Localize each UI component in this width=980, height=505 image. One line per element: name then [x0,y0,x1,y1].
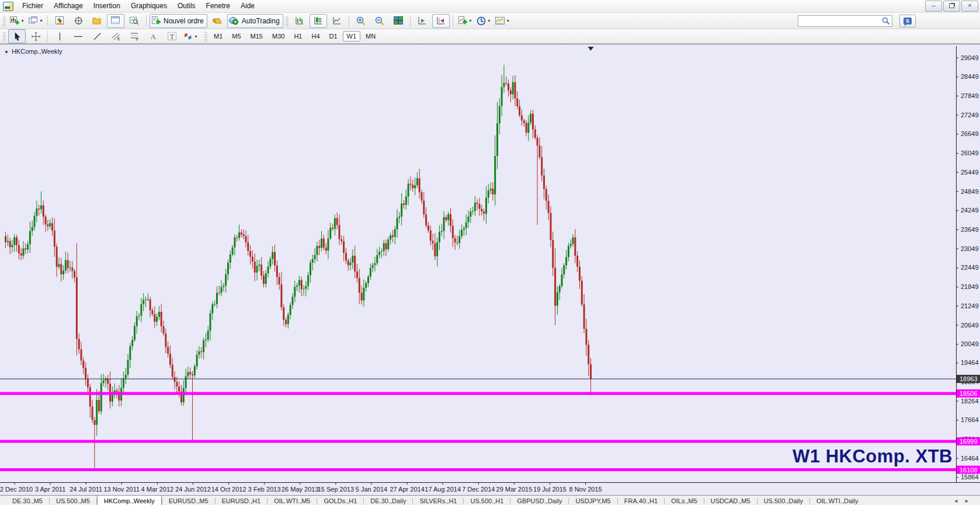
timeframe-m5-button[interactable]: M5 [228,31,245,41]
notifications-button[interactable]: 5 [899,15,916,27]
text-label-button[interactable]: T [163,29,180,43]
chart-line-button[interactable] [328,14,346,28]
market-watch-button[interactable] [51,14,68,28]
periods-button[interactable]: ▾ [475,14,492,28]
chart-bars-button[interactable] [291,14,308,28]
menu-affichage[interactable]: Affichage [48,1,88,12]
chart-tab[interactable]: EURUSD.,M5 [162,496,215,505]
zoom-out-icon [375,16,384,26]
svg-text:7 Dec 2014: 7 Dec 2014 [462,486,495,493]
menu-aide[interactable]: Aide [235,1,260,12]
menu-fenetre[interactable]: Fenetre [201,1,235,12]
timeframe-mn-button[interactable]: MN [362,31,380,41]
chart-tab[interactable]: US.500.,H1 [464,496,510,505]
new-order-button[interactable]: Nouvel ordre [150,14,207,28]
minimize-button[interactable]: – [925,1,942,12]
tab-scroll-right-icon[interactable]: ► [964,498,975,504]
chart-tab[interactable]: DE.30.,Daily [364,496,412,505]
timeframe-m30-button[interactable]: M30 [268,31,289,41]
text-button[interactable]: A [144,29,162,43]
zoom-in-button[interactable] [352,14,370,28]
tile-windows-button[interactable] [390,14,407,28]
toolbar-drag-handle[interactable] [3,16,6,26]
chart-tab[interactable]: USDJPY,M5 [569,496,617,505]
chart-canvas[interactable]: 2904928449278492724926649260492544924849… [0,44,980,496]
svg-text:27849: 27849 [961,92,979,99]
chevron-down-icon: ▾ [194,34,197,39]
search-icon[interactable] [882,17,890,25]
menu-fichier[interactable]: Fichier [17,1,48,12]
menu-graphiques[interactable]: Graphiques [126,1,172,12]
auto-scroll-button[interactable] [413,14,431,28]
chart-tab[interactable]: FRA.40.,H1 [618,496,664,505]
menu-outils[interactable]: Outils [172,1,201,12]
toolbar-standard: ▾ ▾ Nouvel ordre [0,13,980,29]
navigator-button[interactable] [88,14,106,28]
search-input[interactable] [798,15,892,27]
data-window-button[interactable] [69,14,87,28]
text-label-icon: T [167,32,177,41]
trendline-button[interactable] [88,29,106,43]
metaeditor-button[interactable] [208,14,226,28]
cursor-button[interactable] [8,29,26,43]
autotrading-label: AutoTrading [242,17,280,25]
tab-scroll-left-icon[interactable]: ◄ [953,498,964,504]
chart-tab[interactable]: US.500.,Daily [757,496,809,505]
crosshair-button[interactable] [27,29,44,43]
strategy-tester-button[interactable] [126,14,143,28]
profiles-button[interactable]: ▾ [27,14,44,28]
chart-candles-icon [314,16,323,25]
chevron-down-icon: ▾ [507,18,509,23]
strategy-tester-icon [130,16,139,25]
new-chart-button[interactable]: ▾ [8,14,26,28]
templates-button[interactable]: ▾ [494,14,511,28]
chart-line-icon [332,16,342,25]
chart-tab[interactable]: DE.30.,M5 [6,496,49,505]
chart-tab[interactable]: OILs.,M5 [665,496,704,505]
close-button[interactable]: × [961,1,978,12]
chart-tab[interactable]: OIL.WTI.,M5 [267,496,317,505]
chart-shift-marker-icon[interactable] [588,47,594,51]
svg-text:15 Sep 2013: 15 Sep 2013 [318,486,354,493]
timeframe-d1-button[interactable]: D1 [325,31,342,41]
equidistant-channel-button[interactable]: E [107,29,124,43]
arrows-button[interactable]: ▾ [182,29,199,43]
indicators-button[interactable]: ▾ [456,14,474,28]
timeframe-w1-button[interactable]: W1 [343,31,361,41]
zoom-out-button[interactable] [371,14,388,28]
toolbar-drag-handle[interactable] [204,31,207,41]
chart-candles-button[interactable] [310,14,327,28]
chart-tab[interactable]: US.500.,M5 [50,496,96,505]
toolbar-drag-handle[interactable] [3,31,6,41]
chart-tab[interactable]: USDCAD.,M5 [704,496,757,505]
timeframe-h1-button[interactable]: H1 [290,31,306,41]
timeframe-h4-button[interactable]: H4 [307,31,324,41]
chart-tab[interactable]: EURUSD.,H1 [216,496,267,505]
fibonacci-button[interactable]: F [126,29,143,43]
chart-shift-button[interactable] [432,14,450,28]
new-order-label: Nouvel ordre [164,17,204,25]
chart-tab[interactable]: HKComp.,Weekly [97,496,162,505]
time-axis[interactable]: 12 Dec 20103 Apr 201124 Jul 201113 Nov 2… [0,482,980,493]
chart-window[interactable]: 2904928449278492724926649260492544924849… [0,44,980,495]
chart-tab[interactable]: OIL.WTI.,Daily [810,496,865,505]
vertical-line-button[interactable] [51,29,68,43]
timeframe-m1-button[interactable]: M1 [210,31,227,41]
chevron-down-icon: ▾ [21,18,23,23]
price-axis[interactable]: 2904928449278492724926649260492544924849… [956,46,979,482]
new-order-icon [151,16,161,26]
app-logo-icon [3,2,13,11]
chart-tab[interactable]: GBPUSD.,Daily [510,496,568,505]
chart-tab[interactable]: SILVERs.,H1 [413,496,463,505]
timeframe-m15-button[interactable]: M15 [246,31,267,41]
menu-insertion[interactable]: Insertion [88,1,126,12]
chart-tab[interactable]: GOLDs.,H1 [317,496,363,505]
horizontal-line-button[interactable] [69,29,87,43]
data-window-icon [74,16,83,25]
restore-button[interactable] [943,1,960,12]
price-label-18506: 18506 [957,389,980,398]
terminal-button[interactable] [107,14,124,28]
toolbar-drag-handle[interactable] [286,16,289,26]
cursor-icon [13,32,21,41]
autotrading-button[interactable]: AutoTrading [227,14,283,28]
